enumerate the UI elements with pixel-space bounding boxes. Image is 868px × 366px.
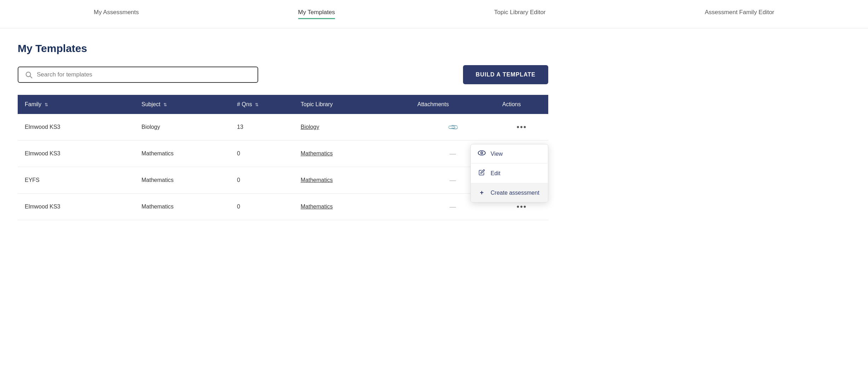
plus-icon: + [478, 189, 486, 196]
ellipsis-button[interactable]: ••• [514, 201, 530, 213]
dropdown-create-assessment-label: Create assessment [491, 190, 539, 196]
cell-subject: Mathematics [134, 194, 230, 220]
col-header-family[interactable]: Family ⇅ [18, 95, 134, 114]
col-header-qns[interactable]: # Qns ⇅ [230, 95, 294, 114]
attachment-icon: 📎 [447, 121, 459, 133]
cell-family: Elmwood KS3 [18, 141, 134, 167]
nav-item-assessment-family-editor[interactable]: Assessment Family Editor [705, 9, 775, 19]
cell-qns: 13 [230, 114, 294, 141]
table-header-row: Family ⇅ Subject ⇅ # Qns ⇅ Topic Library… [18, 95, 548, 114]
cell-topic-library[interactable]: Biology [294, 114, 410, 141]
nav-item-my-assessments[interactable]: My Assessments [94, 9, 139, 19]
table-row: Elmwood KS3Mathematics0Mathematics—••• [18, 194, 548, 220]
col-header-subject[interactable]: Subject ⇅ [134, 95, 230, 114]
svg-line-1 [30, 76, 32, 78]
col-header-actions: Actions [495, 95, 548, 114]
nav-item-my-templates[interactable]: My Templates [298, 9, 335, 19]
search-input[interactable] [37, 71, 251, 78]
cell-qns: 0 [230, 141, 294, 167]
build-template-button[interactable]: BUILD A TEMPLATE [463, 65, 548, 84]
top-navigation: My Assessments My Templates Topic Librar… [0, 0, 868, 28]
cell-topic-library[interactable]: Mathematics [294, 167, 410, 194]
cell-subject: Mathematics [134, 141, 230, 167]
dropdown-item-view[interactable]: View [471, 144, 548, 164]
actions-dropdown-menu: View Edit + Create assessment [470, 144, 548, 202]
search-box[interactable] [18, 67, 258, 83]
cell-qns: 0 [230, 194, 294, 220]
cell-family: Elmwood KS3 [18, 114, 134, 141]
cell-qns: 0 [230, 167, 294, 194]
cell-actions[interactable]: ••• [495, 114, 548, 141]
sort-icon-subject: ⇅ [163, 102, 167, 107]
cell-subject: Biology [134, 114, 230, 141]
ellipsis-button[interactable]: ••• [514, 121, 530, 133]
table-row: Elmwood KS3Biology13Biology📎••• [18, 114, 548, 141]
cell-subject: Mathematics [134, 167, 230, 194]
svg-point-3 [481, 152, 483, 154]
pencil-icon [478, 169, 486, 177]
dropdown-edit-label: Edit [491, 170, 500, 177]
search-icon [25, 71, 33, 79]
table-row: Elmwood KS3Mathematics0Mathematics—••• V… [18, 141, 548, 167]
cell-topic-library[interactable]: Mathematics [294, 141, 410, 167]
cell-attachments: 📎 [410, 114, 495, 141]
cell-family: Elmwood KS3 [18, 194, 134, 220]
cell-family: EYFS [18, 167, 134, 194]
nav-item-topic-library-editor[interactable]: Topic Library Editor [494, 9, 546, 19]
col-header-attachments: Attachments [410, 95, 495, 114]
col-header-topic-library: Topic Library [294, 95, 410, 114]
dropdown-view-label: View [491, 151, 503, 157]
sort-icon-qns: ⇅ [255, 102, 259, 107]
eye-icon [478, 150, 486, 158]
cell-topic-library[interactable]: Mathematics [294, 194, 410, 220]
sort-icon-family: ⇅ [45, 102, 48, 107]
templates-table: Family ⇅ Subject ⇅ # Qns ⇅ Topic Library… [18, 95, 548, 220]
no-attachment: — [450, 150, 456, 157]
svg-point-2 [478, 151, 485, 155]
no-attachment: — [450, 177, 456, 184]
page-body: My Templates BUILD A TEMPLATE Family ⇅ S… [0, 28, 566, 234]
page-title: My Templates [18, 42, 548, 55]
dropdown-item-edit[interactable]: Edit [471, 164, 548, 183]
dropdown-item-create-assessment[interactable]: + Create assessment [471, 183, 548, 202]
cell-actions[interactable]: ••• View Edit + Create assessment [495, 141, 548, 167]
table-row: EYFSMathematics0Mathematics—••• [18, 167, 548, 194]
no-attachment: — [450, 203, 456, 210]
toolbar: BUILD A TEMPLATE [18, 65, 548, 84]
